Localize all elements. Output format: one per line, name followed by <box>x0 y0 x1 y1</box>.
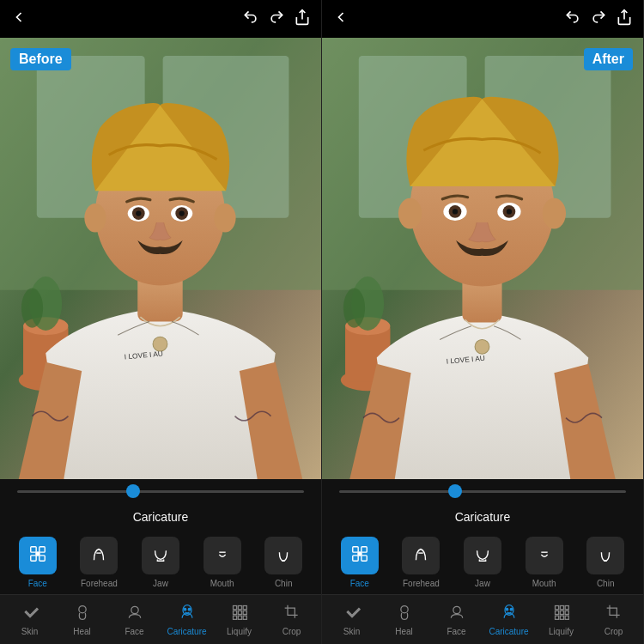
after-header <box>322 0 643 38</box>
after-badge: After <box>584 48 633 70</box>
after-tool-icons: Face Forehead <box>322 531 643 594</box>
after-tool-mouth[interactable]: Mouth <box>513 537 575 588</box>
after-tool-jaw[interactable]: Jaw <box>452 537 513 588</box>
svg-point-78 <box>510 608 513 611</box>
bottom-skin[interactable]: Skin <box>3 604 56 636</box>
tool-mouth-label: Mouth <box>210 579 234 588</box>
after-bottom-liquify-label: Liquify <box>549 627 574 636</box>
after-tool-chin[interactable]: Chin <box>574 537 636 588</box>
tool-forehead[interactable]: Forehead <box>69 537 131 588</box>
after-panel: I LOVE I AU After Caricature <box>322 0 644 644</box>
bottom-caricature[interactable]: Caricature <box>161 604 213 636</box>
svg-rect-80 <box>560 605 563 609</box>
tool-chin-label: Chin <box>275 579 293 588</box>
svg-point-17 <box>179 210 185 216</box>
svg-point-75 <box>453 606 459 613</box>
after-bottom-caricature[interactable]: Caricature <box>483 604 535 636</box>
bottom-heal[interactable]: Heal <box>56 604 108 636</box>
svg-rect-68 <box>353 556 358 561</box>
svg-point-19 <box>214 204 235 233</box>
before-tool-icons: Face Forehead <box>0 531 321 594</box>
tool-chin[interactable]: Chin <box>252 537 314 588</box>
before-slider-thumb[interactable] <box>126 484 140 498</box>
before-section-label: Caricature <box>0 503 321 531</box>
before-header <box>0 0 321 38</box>
after-bottom-toolbar: Skin Heal Face <box>322 594 643 644</box>
after-bottom-liquify[interactable]: Liquify <box>535 604 587 636</box>
svg-rect-67 <box>361 547 367 552</box>
svg-rect-87 <box>565 616 568 619</box>
bottom-face[interactable]: Face <box>108 604 161 636</box>
after-bottom-caricature-label: Caricature <box>489 627 528 636</box>
before-badge: Before <box>10 48 71 70</box>
after-bottom-skin[interactable]: Skin <box>325 604 378 636</box>
after-bottom-heal-label: Heal <box>395 627 413 636</box>
svg-rect-40 <box>243 611 246 614</box>
svg-point-18 <box>84 204 106 233</box>
tool-jaw[interactable]: Jaw <box>130 537 191 588</box>
share-icon[interactable] <box>294 9 311 30</box>
after-tool-face[interactable]: Face <box>329 537 391 588</box>
svg-rect-23 <box>39 547 45 552</box>
svg-rect-36 <box>238 605 241 609</box>
svg-rect-24 <box>31 556 36 561</box>
bottom-caricature-label: Caricature <box>167 627 206 636</box>
bottom-liquify-label: Liquify <box>227 627 252 636</box>
after-tool-face-label: Face <box>350 579 369 588</box>
before-slider-track[interactable] <box>17 490 304 493</box>
svg-point-61 <box>507 209 512 214</box>
svg-rect-39 <box>238 611 241 614</box>
undo-icon[interactable] <box>242 9 259 30</box>
redo-icon[interactable] <box>268 9 285 30</box>
tool-forehead-label: Forehead <box>81 579 118 588</box>
svg-rect-66 <box>353 547 358 552</box>
bottom-crop[interactable]: Crop <box>265 604 318 636</box>
after-bottom-heal[interactable]: Heal <box>378 604 430 636</box>
tool-mouth[interactable]: Mouth <box>191 537 253 588</box>
bottom-liquify[interactable]: Liquify <box>213 604 265 636</box>
after-bottom-face[interactable]: Face <box>430 604 483 636</box>
svg-rect-79 <box>555 605 558 609</box>
after-undo-icon[interactable] <box>564 9 581 30</box>
svg-rect-84 <box>565 611 568 614</box>
svg-point-31 <box>131 606 137 613</box>
svg-point-30 <box>78 605 85 612</box>
after-bottom-skin-label: Skin <box>343 627 360 636</box>
svg-rect-42 <box>238 616 241 619</box>
svg-rect-83 <box>560 611 563 614</box>
svg-point-9 <box>21 289 43 328</box>
tool-face-label: Face <box>28 579 47 588</box>
svg-rect-85 <box>555 616 558 619</box>
svg-point-74 <box>400 605 407 612</box>
before-photo: I LOVE I AU Before <box>0 38 321 479</box>
svg-point-58 <box>453 209 458 214</box>
svg-point-33 <box>184 608 186 611</box>
after-photo: I LOVE I AU After <box>322 38 643 479</box>
after-slider-track[interactable] <box>339 490 626 493</box>
after-bottom-face-label: Face <box>447 627 465 636</box>
svg-rect-22 <box>31 547 36 552</box>
svg-rect-82 <box>555 611 558 614</box>
after-share-icon[interactable] <box>616 9 633 30</box>
before-slider-row <box>0 479 321 503</box>
svg-rect-86 <box>560 616 563 619</box>
svg-point-26 <box>35 551 40 556</box>
svg-point-53 <box>343 289 365 328</box>
after-redo-icon[interactable] <box>590 9 607 30</box>
before-bottom-toolbar: Skin Heal Face <box>0 594 321 644</box>
after-bottom-crop[interactable]: Crop <box>587 604 640 636</box>
tool-jaw-label: Jaw <box>153 579 168 588</box>
after-slider-thumb[interactable] <box>448 484 462 498</box>
svg-point-70 <box>357 551 362 556</box>
after-tool-forehead-label: Forehead <box>403 579 440 588</box>
svg-rect-38 <box>233 611 236 614</box>
svg-rect-41 <box>233 616 236 619</box>
bottom-skin-label: Skin <box>21 627 38 636</box>
back-icon[interactable] <box>10 9 27 30</box>
after-tool-forehead[interactable]: Forehead <box>391 537 453 588</box>
svg-point-64 <box>475 339 489 354</box>
after-back-icon[interactable] <box>332 9 349 30</box>
svg-rect-43 <box>243 616 246 619</box>
svg-point-34 <box>188 608 191 611</box>
tool-face[interactable]: Face <box>7 537 69 588</box>
